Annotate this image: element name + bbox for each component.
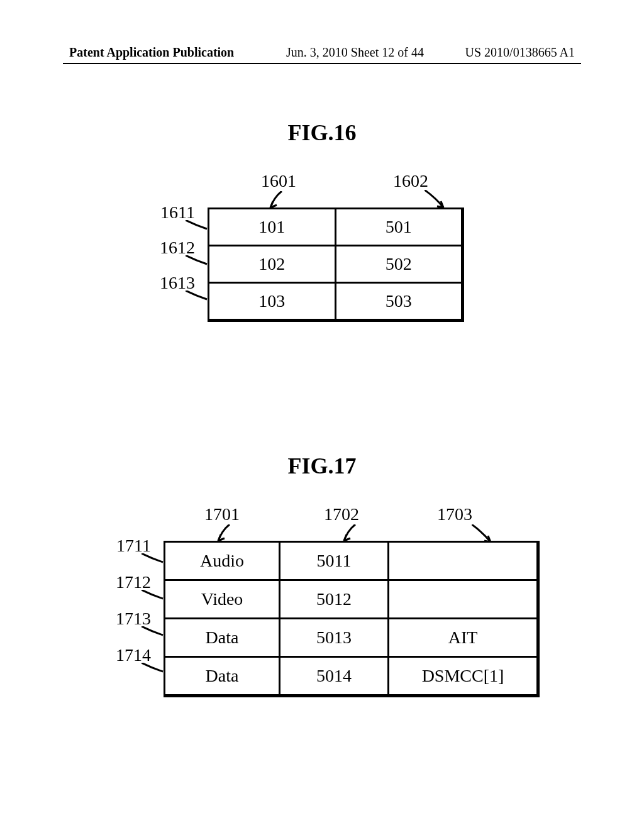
fig17-cell: [387, 543, 536, 579]
lead-line-icon: [142, 663, 167, 674]
table-row: Data 5013 AIT: [165, 617, 536, 656]
header-mid-text: Jun. 3, 2010 Sheet 12 of 44: [286, 45, 424, 60]
fig16-cell: 102: [209, 246, 335, 282]
table-row: 101 501: [209, 209, 461, 245]
fig16-cell: 101: [209, 209, 335, 245]
fig17-cell: Audio: [165, 543, 279, 579]
fig17-cell: 5012: [279, 581, 387, 617]
header-right-text: US 2010/0138665 A1: [465, 45, 575, 60]
fig17-cell: Data: [165, 658, 279, 694]
fig17-col-label-3: 1703: [437, 504, 472, 524]
fig16-container: 1601 1602 1611 1612 1613 101 501 102 502…: [151, 163, 503, 352]
fig16-cell: 103: [209, 284, 335, 319]
fig16-title: FIG.16: [0, 119, 644, 146]
lead-line-icon: [142, 590, 167, 601]
fig17-container: 1701 1702 1703 1711 1712 1713 1714 Audio…: [94, 497, 560, 748]
fig16-col-label-1: 1601: [261, 171, 296, 191]
table-row: 103 503: [209, 282, 461, 319]
fig16-row-label-1: 1611: [145, 202, 195, 223]
fig17-cell: 5013: [279, 619, 387, 656]
fig16-cell: 501: [335, 209, 462, 245]
fig17-col-label-1: 1701: [204, 504, 240, 524]
lead-line-icon: [142, 626, 167, 638]
fig16-table: 101 501 102 502 103 503: [208, 208, 464, 322]
table-row: 102 502: [209, 245, 461, 282]
fig16-col-label-2: 1602: [393, 171, 428, 191]
header-left-text: Patent Application Publication: [69, 45, 234, 60]
fig17-title: FIG.17: [0, 453, 644, 479]
fig17-cell: [387, 581, 536, 617]
fig17-table: Audio 5011 Video 5012 Data 5013 AIT Data…: [164, 541, 540, 697]
fig17-cell: Data: [165, 619, 279, 656]
lead-line-icon: [142, 553, 167, 565]
table-row: Data 5014 DSMCC[1]: [165, 656, 536, 694]
fig16-cell: 502: [335, 246, 462, 282]
fig16-row-label-3: 1613: [145, 273, 195, 293]
fig16-row-label-2: 1612: [145, 238, 195, 258]
fig17-cell: 5011: [279, 543, 387, 579]
fig17-col-label-2: 1702: [324, 504, 359, 524]
page-header: Patent Application Publication Jun. 3, 2…: [0, 45, 644, 64]
fig17-cell: Video: [165, 581, 279, 617]
header-divider: [63, 63, 581, 64]
fig17-cell: AIT: [387, 619, 536, 656]
table-row: Audio 5011: [165, 543, 536, 579]
fig16-cell: 503: [335, 284, 462, 319]
fig17-cell: 5014: [279, 658, 387, 694]
patent-page: Patent Application Publication Jun. 3, 2…: [0, 0, 644, 830]
fig17-cell: DSMCC[1]: [387, 658, 536, 694]
table-row: Video 5012: [165, 579, 536, 617]
